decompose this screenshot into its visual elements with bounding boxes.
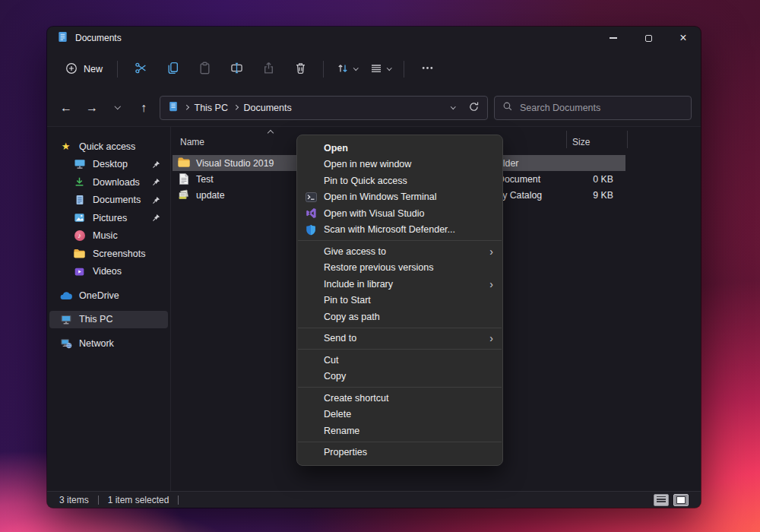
details-view-icon [657, 496, 666, 504]
menu-item-cut[interactable]: Cut [297, 352, 502, 369]
sort-icon [337, 62, 349, 77]
music-icon: ♪ [73, 230, 86, 241]
plus-circle-icon [65, 62, 78, 77]
pictures-icon [73, 212, 86, 223]
sidebar-item-documents[interactable]: Documents [49, 192, 168, 210]
sidebar-item-label: Documents [93, 195, 141, 205]
menu-item-label: Open in new window [324, 159, 411, 169]
menu-item-send-to[interactable]: Send to › [297, 331, 502, 347]
menu-item-delete[interactable]: Delete [297, 407, 502, 423]
downloads-icon [73, 176, 86, 188]
sort-button[interactable] [331, 56, 364, 82]
sidebar-item-pictures[interactable]: Pictures [49, 209, 168, 227]
view-lines-icon [370, 62, 382, 77]
forward-arrow-icon: → [86, 101, 98, 115]
menu-item-scan-with-microsoft-defender[interactable]: Scan with Microsoft Defender... [297, 222, 502, 239]
menu-item-copy[interactable]: Copy [297, 369, 502, 385]
breadcrumb-documents[interactable]: Documents [243, 103, 291, 113]
sidebar-item-music[interactable]: ♪ Music [49, 227, 168, 245]
refresh-button[interactable] [468, 101, 480, 115]
address-dropdown-icon[interactable] [451, 104, 455, 109]
pin-icon [152, 160, 160, 171]
more-button[interactable] [411, 56, 443, 82]
file-size: 9 KB [566, 190, 613, 201]
back-button[interactable]: ← [56, 97, 76, 119]
menu-item-label: Open with Visual Studio [324, 208, 425, 219]
sidebar-item-downloads[interactable]: Downloads [49, 173, 168, 192]
file-size: 0 KB [566, 174, 613, 185]
menu-divider [298, 328, 502, 328]
menu-item-label: Send to [324, 333, 356, 344]
view-button[interactable] [364, 56, 397, 82]
new-button[interactable]: New [58, 56, 110, 82]
pin-icon [152, 214, 160, 224]
sidebar-item-desktop[interactable]: Desktop [49, 156, 168, 174]
sidebar-gap [47, 328, 170, 334]
menu-item-give-access-to[interactable]: Give access to › [297, 243, 502, 260]
rename-button[interactable] [220, 56, 252, 82]
new-button-label: New [84, 64, 103, 74]
file-name: Test [196, 174, 214, 185]
documents-icon [73, 195, 86, 205]
menu-item-open-with-visual-studio[interactable]: Open with Visual Studio [297, 205, 502, 222]
menu-item-pin-to-quick-access[interactable]: Pin to Quick access [297, 173, 502, 189]
sidebar-item-videos[interactable]: Videos [49, 263, 168, 281]
menu-item-create-shortcut[interactable]: Create shortcut [297, 390, 502, 407]
sidebar-item-label: Desktop [93, 159, 128, 169]
sidebar-item-label: Videos [93, 266, 122, 277]
selection-count: 1 item selected [108, 495, 169, 505]
toolbar-divider [323, 61, 324, 78]
column-header-name[interactable]: Name [180, 137, 204, 147]
column-separator[interactable] [566, 131, 567, 148]
sidebar-item-screenshots[interactable]: Screenshots [49, 245, 168, 263]
share-button[interactable] [252, 56, 284, 82]
sidebar-item-network[interactable]: Network [49, 334, 168, 353]
delete-button[interactable] [284, 56, 316, 82]
menu-item-rename[interactable]: Rename [297, 423, 502, 439]
navigation-bar: ← → ↑ This PC Documents [47, 89, 701, 127]
close-button[interactable]: × [666, 27, 701, 49]
large-icons-view-button[interactable] [673, 494, 689, 506]
document-icon [57, 31, 68, 45]
up-button[interactable]: ↑ [134, 97, 154, 119]
sidebar-item-quick-access[interactable]: ★ Quick access [49, 138, 168, 156]
network-icon [59, 337, 72, 349]
column-header-size[interactable]: Size [572, 137, 590, 147]
file-name: update [196, 190, 225, 201]
text-document-icon [179, 173, 188, 187]
copy-button[interactable] [157, 56, 188, 82]
menu-item-include-in-library[interactable]: Include in library › [297, 276, 502, 293]
visual-studio-icon [305, 207, 317, 220]
sidebar-item-this-pc[interactable]: This PC [49, 311, 168, 329]
menu-item-label: Rename [324, 426, 359, 436]
recent-locations-button[interactable] [108, 97, 128, 119]
menu-item-open-in-new-window[interactable]: Open in new window [297, 157, 502, 173]
menu-item-label: Scan with Microsoft Defender... [324, 224, 455, 235]
pin-icon [152, 178, 160, 188]
menu-item-properties[interactable]: Properties [297, 445, 502, 461]
menu-item-open-in-windows-terminal[interactable]: Open in Windows Terminal [297, 189, 502, 206]
cut-button[interactable] [125, 56, 157, 82]
menu-item-label: Open [324, 143, 348, 154]
menu-item-restore-previous-versions[interactable]: Restore previous versions [297, 260, 502, 277]
menu-item-pin-to-start[interactable]: Pin to Start [297, 293, 502, 309]
sort-ascending-icon [268, 130, 274, 136]
sidebar-item-onedrive[interactable]: OneDrive [49, 287, 168, 305]
sidebar-gap [47, 305, 170, 311]
menu-item-open[interactable]: Open [297, 140, 502, 157]
context-menu: Open Open in new window Pin to Quick acc… [296, 135, 503, 466]
sidebar-item-label: Network [79, 338, 114, 349]
address-bar[interactable]: This PC Documents [160, 96, 488, 120]
minimize-button[interactable] [596, 27, 631, 49]
details-view-button[interactable] [654, 494, 669, 506]
sidebar-item-label: OneDrive [79, 290, 119, 301]
forward-button[interactable]: → [82, 97, 102, 119]
paste-button[interactable] [188, 56, 220, 82]
search-box[interactable] [494, 96, 692, 120]
breadcrumb-this-pc[interactable]: This PC [195, 103, 228, 113]
search-input[interactable] [520, 103, 683, 113]
menu-item-copy-as-path[interactable]: Copy as path [297, 309, 502, 325]
maximize-button[interactable] [631, 27, 666, 49]
column-separator[interactable] [627, 131, 628, 148]
file-type-fragment: Document [498, 174, 540, 185]
